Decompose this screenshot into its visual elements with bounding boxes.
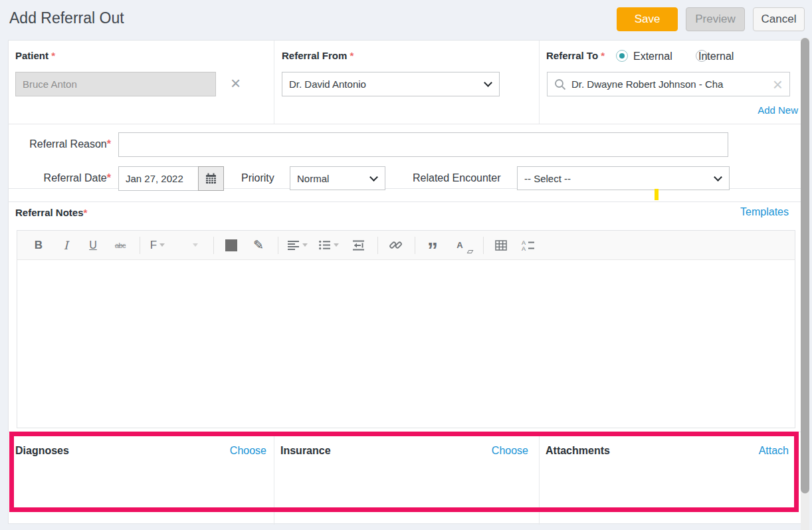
- referral-date-input[interactable]: [118, 166, 199, 191]
- diagnoses-section: Diagnoses Choose: [15, 445, 266, 457]
- required-asterisk: *: [84, 207, 88, 218]
- toolbar-separator: [415, 237, 415, 254]
- italic-icon[interactable]: I: [58, 236, 74, 255]
- page-title: Add Referral Out: [9, 9, 124, 27]
- caret-down-icon: [159, 243, 165, 247]
- blockquote-icon[interactable]: ”: [425, 241, 441, 259]
- toolbar-separator: [213, 237, 214, 254]
- alpha-list-icon[interactable]: A A: [520, 236, 536, 255]
- patient-label: Patient *: [15, 50, 55, 61]
- internal-radio-label[interactable]: Internal: [698, 51, 734, 63]
- diagnoses-label: Diagnoses: [15, 445, 69, 457]
- eraser-shape: [467, 250, 474, 253]
- referral-date-label: Referral Date*: [17, 172, 111, 184]
- highlight-pen-icon[interactable]: ✎: [251, 236, 266, 255]
- external-radio-label[interactable]: External: [633, 51, 672, 63]
- notes-content-area[interactable]: [17, 260, 795, 428]
- toolbar-separator: [483, 237, 484, 254]
- priority-value: Normal: [297, 173, 329, 184]
- divider: [9, 201, 802, 202]
- referral-from-value: Dr. David Antonio: [289, 78, 366, 90]
- table-icon[interactable]: [493, 236, 509, 255]
- chevron-down-icon: [714, 173, 722, 182]
- search-clear-icon[interactable]: ×: [773, 78, 783, 91]
- diagnoses-choose-link[interactable]: Choose: [230, 445, 266, 457]
- referral-date-label-text: Referral Date: [44, 172, 107, 184]
- patient-input[interactable]: [15, 72, 216, 96]
- related-encounter-value: -- Select --: [524, 173, 571, 184]
- clear-format-icon[interactable]: A: [452, 236, 468, 255]
- referral-notes-label: Referral Notes*: [15, 207, 87, 218]
- patient-clear-icon[interactable]: ×: [231, 76, 241, 90]
- external-radio[interactable]: [616, 50, 628, 62]
- required-asterisk: *: [51, 50, 55, 61]
- bold-icon[interactable]: B: [31, 236, 47, 255]
- referral-from-select[interactable]: Dr. David Antonio: [282, 72, 500, 96]
- caret-down-icon: [302, 243, 308, 247]
- chevron-down-icon: [484, 78, 492, 87]
- referral-notes-label-text: Referral Notes: [15, 207, 84, 218]
- strikethrough-icon[interactable]: abc: [112, 236, 128, 255]
- search-icon: [554, 78, 566, 90]
- scrollbar-thumb[interactable]: [801, 38, 809, 493]
- related-encounter-select[interactable]: -- Select --: [517, 166, 730, 190]
- toolbar-separator: [140, 237, 140, 254]
- referral-from-label-text: Referral From: [282, 50, 347, 61]
- attachments-section: Attachments Attach: [546, 445, 789, 457]
- add-new-link[interactable]: Add New: [740, 104, 798, 116]
- required-asterisk: *: [107, 138, 111, 150]
- toolbar-separator: [278, 237, 278, 254]
- font-family-icon[interactable]: F: [150, 236, 165, 255]
- referral-reason-input[interactable]: [118, 132, 728, 157]
- svg-text:A: A: [522, 245, 526, 251]
- preview-button[interactable]: Preview: [686, 7, 745, 31]
- referral-to-label-text: Referral To: [546, 50, 598, 61]
- required-asterisk: *: [601, 50, 605, 61]
- priority-label: Priority: [241, 172, 274, 184]
- font-letter: F: [150, 239, 157, 252]
- font-size-icon[interactable]: [186, 236, 202, 255]
- insurance-section: Insurance Choose: [280, 445, 528, 457]
- indent-icon[interactable]: [350, 236, 366, 255]
- referral-to-search-input[interactable]: [571, 78, 773, 90]
- color-swatch: [225, 239, 237, 251]
- referral-reason-label-text: Referral Reason: [29, 138, 107, 150]
- divider: [274, 41, 274, 124]
- notes-editor: B I U abc F ✎: [17, 230, 795, 428]
- underline-icon[interactable]: U: [85, 236, 101, 255]
- cancel-button[interactable]: Cancel: [753, 7, 805, 31]
- toolbar-separator: [377, 237, 378, 254]
- required-asterisk: *: [350, 50, 354, 61]
- editor-toolbar: B I U abc F ✎: [17, 231, 795, 260]
- yellow-cursor-marker: [655, 189, 659, 200]
- divider: [9, 124, 802, 124]
- divider: [539, 432, 540, 525]
- align-icon[interactable]: [288, 236, 308, 255]
- referral-from-label: Referral From *: [282, 50, 354, 61]
- chevron-down-icon: [369, 173, 378, 182]
- save-button[interactable]: Save: [617, 7, 678, 31]
- calendar-icon[interactable]: [198, 166, 224, 191]
- referral-reason-label: Referral Reason*: [17, 138, 111, 150]
- font-color-icon[interactable]: [223, 236, 239, 255]
- insurance-choose-link[interactable]: Choose: [492, 445, 528, 457]
- link-icon[interactable]: [387, 236, 403, 255]
- caret-down-icon: [334, 243, 339, 247]
- templates-link[interactable]: Templates: [673, 206, 789, 218]
- referral-form-panel: Patient * × Referral From * Dr. David An…: [8, 40, 803, 524]
- related-encounter-label: Related Encounter: [413, 172, 501, 184]
- attachments-label: Attachments: [546, 445, 610, 457]
- caret-down-icon: [193, 243, 198, 247]
- insurance-label: Insurance: [280, 445, 331, 457]
- referral-to-search[interactable]: ×: [547, 72, 790, 96]
- clear-format-letter: A: [457, 240, 462, 250]
- divider: [274, 432, 274, 525]
- priority-select[interactable]: Normal: [290, 166, 385, 190]
- list-icon[interactable]: [319, 236, 339, 255]
- divider: [539, 41, 540, 124]
- attachments-attach-link[interactable]: Attach: [759, 445, 789, 457]
- referral-to-label: Referral To *: [546, 50, 605, 61]
- divider: [9, 432, 802, 432]
- patient-label-text: Patient: [15, 50, 49, 61]
- required-asterisk: *: [107, 172, 111, 184]
